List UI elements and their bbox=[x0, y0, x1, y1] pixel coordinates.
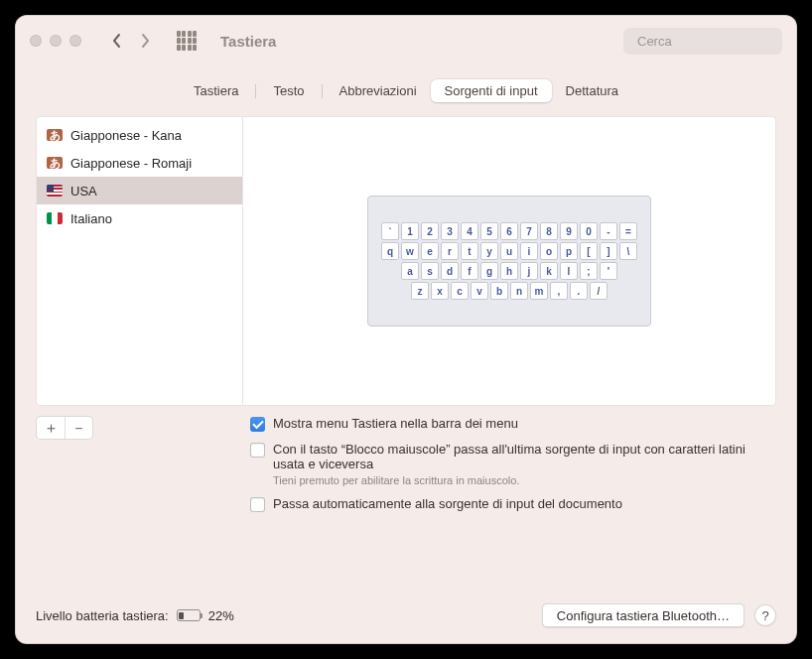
key bbox=[381, 302, 399, 320]
battery-icon bbox=[177, 609, 201, 621]
source-label: Italiano bbox=[70, 211, 112, 226]
key bbox=[500, 302, 518, 320]
key bbox=[600, 302, 617, 320]
show-all-icon[interactable] bbox=[177, 31, 197, 51]
tab-sorgenti-di-input[interactable]: Sorgenti di input bbox=[431, 79, 552, 102]
key bbox=[461, 302, 478, 320]
key: / bbox=[590, 282, 608, 300]
key bbox=[381, 202, 399, 220]
key: x bbox=[431, 282, 449, 300]
key: \ bbox=[619, 242, 637, 260]
source-label: USA bbox=[70, 184, 97, 198]
key: n bbox=[510, 282, 528, 300]
source-label: Giapponese - Kana bbox=[70, 128, 182, 143]
option-show-menu[interactable]: Mostra menu Tastiera nella barra dei men… bbox=[250, 416, 776, 432]
add-button[interactable]: ＋ bbox=[37, 417, 65, 439]
jp-flag-icon: あ bbox=[47, 157, 63, 169]
key bbox=[421, 302, 439, 320]
key bbox=[401, 202, 419, 220]
key bbox=[421, 202, 439, 220]
key: p bbox=[560, 242, 578, 260]
source-label: Giapponese - Romaji bbox=[70, 156, 192, 171]
key bbox=[480, 302, 498, 320]
option-label: Passa automaticamente alla sorgente di i… bbox=[273, 496, 622, 511]
key: 4 bbox=[461, 222, 478, 240]
key: ` bbox=[381, 222, 399, 240]
key: [ bbox=[580, 242, 598, 260]
key bbox=[560, 302, 578, 320]
key: 0 bbox=[580, 222, 598, 240]
options-group: Mostra menu Tastiera nella barra dei men… bbox=[250, 416, 776, 588]
checkbox[interactable] bbox=[250, 497, 265, 512]
tab-dettatura[interactable]: Dettatura bbox=[552, 79, 632, 102]
source-item[interactable]: あGiapponese - Romaji bbox=[37, 149, 242, 177]
key bbox=[580, 202, 598, 220]
key: t bbox=[461, 242, 478, 260]
close-button[interactable] bbox=[30, 35, 42, 47]
tab-abbreviazioni[interactable]: Abbreviazioni bbox=[326, 79, 431, 102]
key: r bbox=[441, 242, 459, 260]
source-item[interactable]: あGiapponese - Kana bbox=[37, 121, 242, 149]
checkbox[interactable] bbox=[250, 443, 265, 458]
key: k bbox=[540, 262, 558, 280]
key bbox=[619, 202, 637, 220]
tab-testo[interactable]: Testo bbox=[259, 79, 318, 102]
key: 7 bbox=[520, 222, 538, 240]
key: ; bbox=[580, 262, 598, 280]
help-button[interactable]: ? bbox=[754, 604, 776, 626]
search-field[interactable] bbox=[623, 28, 782, 55]
it-flag-icon bbox=[47, 212, 63, 224]
key: 1 bbox=[401, 222, 419, 240]
key: m bbox=[530, 282, 548, 300]
key: z bbox=[411, 282, 429, 300]
content-area: TastieraTestoAbbreviazioniSorgenti di in… bbox=[16, 66, 796, 643]
key: y bbox=[480, 242, 498, 260]
key bbox=[540, 202, 558, 220]
tab-tastiera[interactable]: Tastiera bbox=[180, 79, 253, 102]
key: o bbox=[540, 242, 558, 260]
option-hint: Tieni premuto per abilitare la scrittura… bbox=[273, 474, 776, 486]
key bbox=[480, 202, 498, 220]
source-item[interactable]: USA bbox=[37, 177, 242, 204]
tab-bar: TastieraTestoAbbreviazioniSorgenti di in… bbox=[180, 79, 632, 102]
key bbox=[461, 202, 478, 220]
search-input[interactable] bbox=[637, 34, 797, 49]
remove-button[interactable]: － bbox=[65, 417, 92, 439]
key: 6 bbox=[500, 222, 518, 240]
source-item[interactable]: Italiano bbox=[37, 204, 242, 232]
key: 9 bbox=[560, 222, 578, 240]
bottom-bar: Livello batteria tastiera: 22% Configura… bbox=[36, 588, 776, 627]
key: u bbox=[500, 242, 518, 260]
back-button[interactable] bbox=[105, 29, 129, 53]
key: 2 bbox=[421, 222, 439, 240]
key: . bbox=[570, 282, 588, 300]
add-remove-group: ＋ － bbox=[36, 416, 93, 440]
key: , bbox=[550, 282, 568, 300]
forward-button[interactable] bbox=[133, 29, 157, 53]
sources-list[interactable]: あGiapponese - KanaあGiapponese - RomajiUS… bbox=[37, 117, 243, 405]
key: h bbox=[500, 262, 518, 280]
key: a bbox=[401, 262, 419, 280]
key: v bbox=[471, 282, 488, 300]
key: c bbox=[451, 282, 469, 300]
key: ' bbox=[600, 262, 617, 280]
zoom-button[interactable] bbox=[69, 35, 81, 47]
input-sources-panel: あGiapponese - KanaあGiapponese - RomajiUS… bbox=[36, 116, 776, 406]
key bbox=[600, 202, 617, 220]
checkbox[interactable] bbox=[250, 417, 265, 432]
jp-flag-icon: あ bbox=[47, 129, 63, 141]
bluetooth-setup-button[interactable]: Configura tastiera Bluetooth… bbox=[542, 603, 744, 627]
key: ] bbox=[600, 242, 617, 260]
battery-percent: 22% bbox=[208, 608, 234, 623]
minimize-button[interactable] bbox=[50, 35, 62, 47]
key: j bbox=[520, 262, 538, 280]
key: b bbox=[490, 282, 508, 300]
option-auto-switch[interactable]: Passa automaticamente alla sorgente di i… bbox=[250, 496, 776, 512]
key bbox=[500, 202, 518, 220]
key bbox=[540, 302, 558, 320]
keyboard-layout: `1234567890-=qwertyuiop[]\asdfghjkl;'zxc… bbox=[367, 196, 651, 327]
option-caps-switch[interactable]: Con il tasto “Blocco maiuscole” passa al… bbox=[250, 442, 776, 486]
key bbox=[401, 302, 419, 320]
option-label: Con il tasto “Blocco maiuscole” passa al… bbox=[273, 442, 745, 471]
window-title: Tastiera bbox=[220, 33, 276, 50]
